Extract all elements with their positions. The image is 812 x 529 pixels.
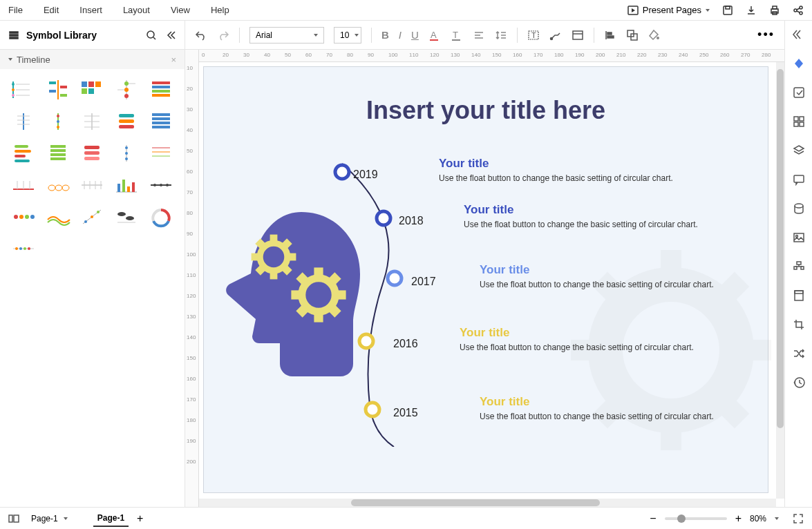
- close-panel-icon[interactable]: ×: [171, 55, 176, 65]
- redo-button[interactable]: [217, 29, 229, 41]
- page-selector[interactable]: Page-1: [26, 512, 73, 526]
- timeline-shape[interactable]: [43, 171, 73, 199]
- timeline-entry[interactable]: Your titleUse the float button to change…: [439, 157, 673, 183]
- canvas[interactable]: Insert your title here: [199, 62, 784, 507]
- svg-rect-144: [270, 272, 278, 280]
- timeline-shape[interactable]: [146, 203, 176, 231]
- add-page-button[interactable]: +: [137, 512, 143, 525]
- menu-insert[interactable]: Insert: [79, 5, 102, 15]
- timeline-shape[interactable]: [43, 76, 73, 104]
- zoom-slider[interactable]: [665, 517, 727, 520]
- image-panel-icon[interactable]: [791, 229, 807, 246]
- text-color-button[interactable]: A: [428, 29, 441, 41]
- timeline-shape[interactable]: [8, 140, 39, 167]
- line-spacing-button[interactable]: [495, 29, 507, 41]
- timeline-entry[interactable]: Your titleUse the float button to change…: [480, 263, 714, 289]
- page-panel-icon[interactable]: [791, 287, 807, 304]
- timeline-shape[interactable]: [146, 76, 176, 104]
- menu-help[interactable]: Help: [211, 5, 229, 15]
- page-list-icon[interactable]: [8, 513, 19, 524]
- highlight-button[interactable]: T: [451, 29, 463, 41]
- save-icon[interactable]: [722, 5, 733, 16]
- timeline-shape[interactable]: [111, 76, 142, 104]
- zoom-in-button[interactable]: +: [735, 512, 742, 525]
- menu-layout[interactable]: Layout: [123, 5, 150, 15]
- page-title[interactable]: Insert your title here: [204, 96, 768, 125]
- timeline-shape[interactable]: [8, 171, 39, 199]
- horizontal-scrollbar[interactable]: [199, 499, 776, 507]
- download-icon[interactable]: [746, 5, 757, 16]
- bold-button[interactable]: B: [381, 29, 389, 41]
- history-icon[interactable]: [791, 374, 807, 391]
- page-tab[interactable]: Page-1: [93, 510, 129, 527]
- timeline-year[interactable]: 2016: [393, 338, 418, 350]
- print-icon[interactable]: [769, 5, 780, 16]
- timeline-shape[interactable]: [111, 108, 142, 135]
- expand-rail-icon[interactable]: [791, 26, 807, 43]
- timeline-year[interactable]: 2019: [353, 169, 378, 181]
- timeline-shape[interactable]: [146, 108, 176, 135]
- svg-point-103: [91, 215, 93, 218]
- present-pages-button[interactable]: Present Pages: [627, 5, 710, 16]
- timeline-shape[interactable]: [43, 140, 73, 167]
- shuffle-icon[interactable]: [791, 345, 807, 362]
- page-content[interactable]: Insert your title here: [203, 66, 768, 493]
- comments-panel-icon[interactable]: [791, 171, 807, 188]
- timeline-shape[interactable]: [77, 76, 108, 104]
- align-objects-button[interactable]: [604, 29, 616, 41]
- fill-button[interactable]: [648, 29, 661, 41]
- timeline-shape[interactable]: [111, 203, 142, 231]
- underline-button[interactable]: U: [411, 29, 419, 41]
- timeline-year[interactable]: 2018: [399, 215, 424, 227]
- timeline-shape[interactable]: [77, 171, 108, 199]
- svg-rect-62: [15, 160, 30, 162]
- timeline-shape[interactable]: [43, 108, 73, 135]
- fullscreen-icon[interactable]: [793, 513, 804, 524]
- timeline-year[interactable]: 2017: [411, 276, 436, 288]
- zoom-value[interactable]: 80%: [750, 514, 766, 523]
- connector-button[interactable]: [549, 29, 562, 41]
- zoom-out-button[interactable]: −: [650, 512, 656, 525]
- font-size-select[interactable]: 10: [334, 27, 361, 44]
- grid-panel-icon[interactable]: [791, 113, 807, 130]
- font-family-select[interactable]: Arial: [249, 27, 324, 44]
- timeline-shape[interactable]: [146, 140, 176, 167]
- timeline-shape[interactable]: [146, 171, 176, 199]
- timeline-entry[interactable]: Your titleUse the float button to change…: [460, 326, 694, 352]
- timeline-shape[interactable]: [8, 235, 39, 262]
- timeline-shape[interactable]: [77, 108, 108, 135]
- more-options-button[interactable]: •••: [757, 28, 775, 42]
- timeline-panel-header[interactable]: Timeline ×: [0, 50, 185, 69]
- timeline-year[interactable]: 2015: [393, 407, 418, 419]
- container-button[interactable]: [572, 29, 584, 41]
- layers-panel-icon[interactable]: [791, 142, 807, 159]
- menu-view[interactable]: View: [171, 5, 190, 15]
- timeline-shape[interactable]: [8, 108, 39, 135]
- svg-rect-126: [573, 31, 583, 39]
- timeline-shape[interactable]: [111, 171, 142, 199]
- undo-button[interactable]: [195, 29, 207, 41]
- timeline-entry[interactable]: Your titleUse the float button to change…: [480, 395, 714, 421]
- align-button[interactable]: [473, 29, 485, 41]
- outline-panel-icon[interactable]: [791, 258, 807, 275]
- collapse-sidebar-icon[interactable]: [165, 30, 176, 41]
- crop-panel-icon[interactable]: [791, 316, 807, 333]
- share-icon[interactable]: [793, 5, 804, 16]
- theme-panel-icon[interactable]: [791, 84, 807, 101]
- timeline-shape[interactable]: [77, 140, 108, 167]
- italic-button[interactable]: I: [399, 29, 402, 41]
- text-box-button[interactable]: T: [527, 29, 540, 41]
- timeline-shape[interactable]: [77, 203, 108, 231]
- search-icon[interactable]: [146, 30, 157, 41]
- menu-edit[interactable]: Edit: [44, 5, 59, 15]
- data-panel-icon[interactable]: [791, 200, 807, 217]
- timeline-shape[interactable]: [8, 76, 39, 104]
- menu-file[interactable]: File: [8, 5, 23, 15]
- group-button[interactable]: [626, 29, 639, 41]
- timeline-entry[interactable]: Your titleUse the float button to change…: [464, 203, 698, 229]
- timeline-shape[interactable]: [43, 203, 73, 231]
- timeline-shape[interactable]: [8, 203, 39, 231]
- vertical-scrollbar[interactable]: [776, 62, 784, 499]
- timeline-shape[interactable]: [111, 140, 142, 167]
- style-panel-icon[interactable]: [791, 55, 807, 72]
